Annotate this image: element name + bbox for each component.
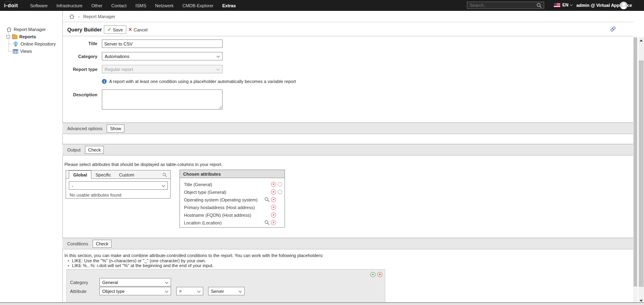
- sidebar-item-label: Reports: [19, 34, 36, 39]
- scroll-up-icon[interactable]: [640, 39, 643, 41]
- idoit-report-manager-screen: i-doit Software Infrastructure Other Con…: [0, 0, 644, 305]
- report-type-label: Report type: [71, 67, 97, 72]
- remove-icon[interactable]: [271, 212, 276, 218]
- search-icon[interactable]: [264, 220, 270, 225]
- no-attributes-message: No usable attributes found: [70, 193, 121, 197]
- window-bottom-edge: [0, 302, 644, 305]
- top-navbar: i-doit Software Infrastructure Other Con…: [0, 0, 644, 11]
- remove-icon[interactable]: [271, 205, 276, 210]
- home-icon[interactable]: [69, 14, 74, 19]
- attribute-source-panel: Global Specific Custom - No usable attri…: [66, 170, 171, 199]
- menu-item-other[interactable]: Other: [91, 3, 103, 8]
- app-logo[interactable]: i-doit: [4, 2, 18, 8]
- sidebar-item-online-repository[interactable]: Online Repository: [13, 41, 56, 47]
- chevron-down-icon: [570, 3, 573, 6]
- chosen-attribute-row: Title (General): [180, 181, 285, 189]
- scrollbar-thumb[interactable]: [634, 37, 637, 286]
- scrollbar-thumb[interactable]: [639, 60, 644, 287]
- category-select[interactable]: Automations: [102, 52, 223, 60]
- chosen-attribute-label: Title (General): [184, 182, 212, 187]
- save-button[interactable]: ✓ Save: [104, 25, 126, 34]
- title-label: Title: [71, 41, 97, 46]
- remove-condition-icon[interactable]: [377, 272, 382, 277]
- output-label: Output: [67, 147, 80, 152]
- report-type-select-value: Regular report: [105, 67, 133, 72]
- search-icon[interactable]: [264, 197, 270, 202]
- radio-circle-icon[interactable]: [278, 190, 282, 194]
- menu-item-isms[interactable]: ISMS: [135, 3, 146, 8]
- chosen-attribute-row: Primary hostaddress (Host address): [180, 204, 285, 212]
- category-label: Category: [71, 54, 97, 59]
- chosen-attributes-panel: Chosen attributes Title (General) Object…: [180, 170, 285, 228]
- condition-category-label: Category: [70, 280, 88, 285]
- report-tree-sidebar: Report Manager - Reports Online Reposito…: [0, 11, 62, 305]
- advanced-options-show-button[interactable]: Show: [107, 124, 124, 133]
- content-scrollbar[interactable]: [633, 37, 638, 303]
- menu-item-cmdb-explorer[interactable]: CMDB-Explorer: [182, 3, 213, 8]
- category-select-value: Automations: [105, 54, 129, 59]
- tree-expander-icon[interactable]: -: [6, 35, 10, 39]
- globe-icon: [13, 41, 19, 47]
- folder-icon: [12, 35, 17, 39]
- conditions-intro-text: In this section, you can make and combin…: [64, 253, 324, 258]
- sidebar-item-label: Report Manager: [14, 27, 46, 32]
- sidebar-item-label: Online Repository: [21, 41, 56, 46]
- condition-value-select[interactable]: Server: [208, 287, 245, 295]
- condition-category-select[interactable]: General: [99, 278, 171, 286]
- conditions-label: Conditions: [67, 241, 88, 246]
- description-textarea[interactable]: [102, 89, 223, 110]
- placeholder-bullet: LIKE: Use the "%" (n-characters) or "_" …: [68, 258, 206, 263]
- chosen-attribute-row: Operating system (Operating system): [180, 196, 285, 204]
- sidebar-item-views[interactable]: Views: [13, 49, 32, 54]
- user-avatar[interactable]: [620, 2, 627, 9]
- search-input[interactable]: [467, 3, 537, 8]
- chosen-attribute-row: Location (Location): [180, 219, 285, 227]
- menu-item-infrastructure[interactable]: Infrastructure: [56, 3, 83, 8]
- output-check-button[interactable]: Check: [85, 146, 104, 154]
- chevron-down-icon: [165, 280, 168, 284]
- condition-attribute-label: Attribute: [70, 289, 87, 294]
- output-bar: Output Check: [62, 144, 633, 156]
- add-condition-icon[interactable]: [370, 272, 376, 277]
- breadcrumb-current[interactable]: Report Manager: [83, 14, 116, 19]
- title-input[interactable]: [102, 39, 223, 48]
- global-attribute-select[interactable]: -: [69, 181, 168, 190]
- remove-icon[interactable]: [271, 197, 276, 202]
- search-icon[interactable]: [537, 3, 542, 8]
- sidebar-item-reports[interactable]: - Reports: [6, 34, 36, 39]
- menu-item-extras[interactable]: Extras: [222, 3, 236, 8]
- sidebar-item-report-manager[interactable]: Report Manager: [6, 27, 46, 32]
- condition-attribute-select[interactable]: Object type: [99, 287, 171, 295]
- search-icon[interactable]: [162, 172, 167, 177]
- page-title: Query Builder: [67, 27, 102, 33]
- tree-connector: [9, 44, 13, 44]
- hint-text: A report with at least one condition usi…: [109, 79, 296, 84]
- tree-connector: [9, 51, 13, 52]
- tab-global[interactable]: Global: [69, 170, 91, 179]
- chosen-attribute-row: Object type (General): [180, 189, 285, 196]
- breadcrumb: › Report Manager: [62, 11, 633, 22]
- remove-icon[interactable]: [271, 189, 276, 195]
- scroll-down-icon[interactable]: [640, 300, 643, 302]
- tab-specific[interactable]: Specific: [91, 171, 115, 178]
- menu-item-contact[interactable]: Contact: [111, 3, 127, 8]
- cancel-button[interactable]: ✕ Cancel: [126, 25, 150, 34]
- us-flag-icon: [554, 3, 560, 7]
- radio-circle-icon[interactable]: [278, 182, 282, 187]
- tab-custom[interactable]: Custom: [115, 171, 138, 178]
- remove-icon[interactable]: [271, 182, 276, 187]
- report-type-select: Regular report: [102, 65, 223, 73]
- window-scrollbar[interactable]: [638, 37, 644, 305]
- menu-item-software[interactable]: Software: [30, 3, 47, 8]
- menu-item-netzwerk[interactable]: Netzwerk: [155, 3, 173, 8]
- permalink-icon[interactable]: [610, 26, 616, 32]
- condition-operator-select[interactable]: =: [176, 287, 203, 295]
- condition-value-value: Server: [211, 289, 224, 294]
- conditions-check-button[interactable]: Check: [93, 240, 111, 248]
- sidebar-item-label: Views: [20, 49, 32, 54]
- x-icon: ✕: [128, 27, 132, 32]
- page-header: Query Builder ✓ Save ✕ Cancel: [62, 22, 633, 36]
- check-icon: ✓: [107, 27, 111, 32]
- remove-icon[interactable]: [271, 220, 276, 225]
- language-switcher[interactable]: EN: [554, 2, 572, 7]
